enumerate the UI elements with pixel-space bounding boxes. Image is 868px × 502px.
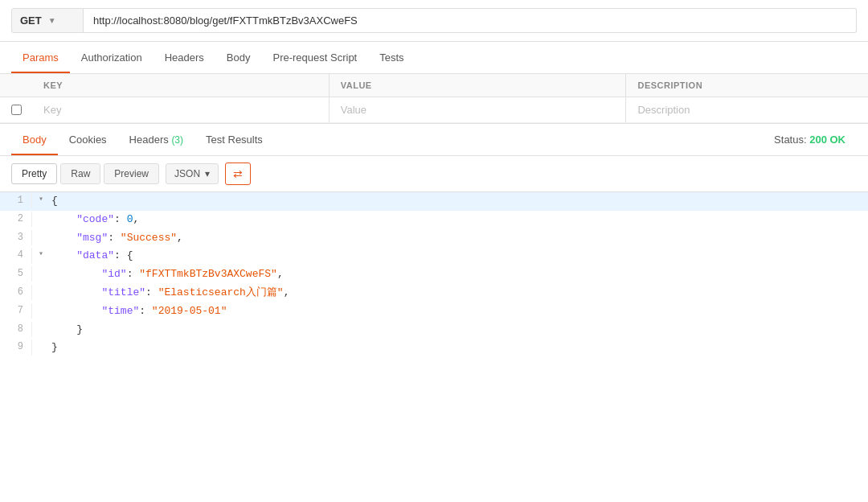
status-area: Status: 200 OK [763,124,857,155]
code-line: 9} [0,339,868,357]
line-number: 5 [0,266,32,282]
line-content: "msg": "Success", [51,230,868,247]
line-content: "id": "fFXTTmkBTzBv3AXCweFS", [51,266,868,283]
row-checkbox[interactable] [0,98,32,121]
headers-badge: (3) [171,134,183,146]
line-number: 6 [0,285,32,300]
tab-params[interactable]: Params [11,42,70,73]
params-table-header: KEY VALUE DESCRIPTION [0,74,868,97]
line-content: "data": { [51,248,868,265]
line-number: 1 [0,193,32,208]
line-toggle[interactable]: ▾ [39,248,50,261]
line-number: 7 [0,303,32,319]
format-bar: Pretty Raw Preview JSON ▾ ⇄ [0,156,868,192]
resp-tab-headers[interactable]: Headers (3) [118,124,194,155]
response-tabs: Body Cookies Headers (3) Test Results St… [0,124,868,156]
desc-placeholder: Description [637,104,690,116]
preview-button[interactable]: Preview [104,163,159,184]
pretty-button[interactable]: Pretty [11,163,57,184]
resp-tab-cookies[interactable]: Cookies [58,124,118,155]
resp-tab-body[interactable]: Body [11,124,58,155]
line-number: 8 [0,322,32,337]
line-content: { [51,193,868,210]
code-line: 3 "msg": "Success", [0,229,868,248]
line-content: } [51,322,868,339]
wrap-button[interactable]: ⇄ [225,163,251,185]
resp-tab-test-results[interactable]: Test Results [194,124,274,155]
chevron-down-icon: ▼ [48,16,56,25]
format-select-label: JSON [174,168,200,179]
url-bar: GET ▼ [0,0,868,42]
value-placeholder: Value [341,104,366,116]
json-code-block: 1▾{2 "code": 0,3 "msg": "Success",4▾ "da… [0,192,868,357]
line-number: 2 [0,212,32,227]
code-line: 8 } [0,321,868,339]
code-line: 1▾{ [0,192,868,211]
code-line: 6 "title": "Elasticsearch入门篇", [0,284,868,302]
line-number: 4 [0,248,32,263]
line-content: "time": "2019-05-01" [51,303,868,320]
request-tabs: Params Authorization Headers Body Pre-re… [0,42,868,74]
status-label: Status: [774,134,806,146]
method-label: GET [20,14,42,27]
format-select[interactable]: JSON ▾ [166,163,219,184]
line-content: "code": 0, [51,212,868,228]
wrap-icon: ⇄ [233,167,243,180]
tab-pre-request[interactable]: Pre-request Script [261,42,368,73]
format-chevron-icon: ▾ [205,168,210,179]
response-section: Body Cookies Headers (3) Test Results St… [0,124,868,357]
raw-button[interactable]: Raw [60,163,100,184]
tab-tests[interactable]: Tests [368,42,415,73]
value-col-header: VALUE [330,74,627,97]
desc-col-header: DESCRIPTION [626,74,868,97]
tab-headers[interactable]: Headers [154,42,215,73]
table-row: Key Value Description [0,97,868,123]
line-content: } [51,339,868,356]
code-line: 7 "time": "2019-05-01" [0,302,868,321]
line-number: 3 [0,230,32,245]
tab-body[interactable]: Body [215,42,262,73]
key-col-header: KEY [32,74,330,97]
line-number: 9 [0,339,32,355]
url-input[interactable] [84,8,857,33]
code-line: 4▾ "data": { [0,247,868,265]
params-table: KEY VALUE DESCRIPTION Key Value Descript… [0,74,868,124]
checkbox-col-header [0,74,32,97]
line-toggle[interactable]: ▾ [39,193,50,206]
method-selector[interactable]: GET ▼ [11,8,84,33]
code-line: 5 "id": "fFXTTmkBTzBv3AXCweFS", [0,265,868,284]
key-placeholder: Key [43,104,61,116]
code-line: 2 "code": 0, [0,211,868,229]
tab-authorization[interactable]: Authorization [70,42,154,73]
status-value: 200 OK [809,134,845,146]
line-content: "title": "Elasticsearch入门篇", [51,285,868,302]
